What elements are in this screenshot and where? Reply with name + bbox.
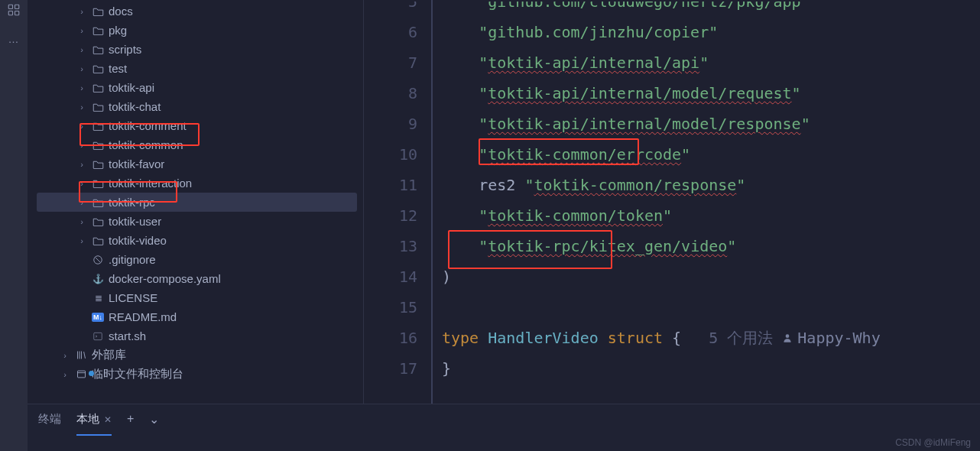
- external-libraries[interactable]: ›外部库: [37, 346, 363, 365]
- close-icon[interactable]: ✕: [104, 414, 112, 425]
- file-item[interactable]: ⚓docker-compose.yaml: [37, 269, 363, 288]
- file-item[interactable]: ≣LICENSE: [37, 288, 363, 307]
- tree-label: toktik-api: [109, 81, 154, 94]
- file-item[interactable]: .gitignore: [37, 250, 363, 269]
- folder-icon: [92, 24, 104, 37]
- tree-label: docs: [109, 5, 133, 18]
- gitignore-icon: [92, 254, 104, 266]
- code-line[interactable]: }: [442, 353, 881, 384]
- code-line[interactable]: "toktik-rpc/kitex_gen/video": [442, 231, 881, 261]
- folder-item[interactable]: ›pkg: [37, 21, 363, 40]
- shell-icon: [92, 330, 104, 342]
- yaml-icon: ⚓: [92, 273, 104, 285]
- chevron-right-icon[interactable]: ›: [76, 64, 87, 73]
- chevron-right-icon[interactable]: ›: [76, 236, 87, 245]
- folder-item[interactable]: ›test: [37, 59, 363, 78]
- tree-label: pkg: [109, 24, 127, 37]
- code-line[interactable]: type HandlerVideo struct { 5 个用法Happy-Wh…: [442, 323, 881, 353]
- folder-icon: [92, 235, 104, 247]
- folder-icon: [92, 5, 104, 18]
- code-line[interactable]: ): [442, 261, 881, 292]
- chevron-right-icon[interactable]: ›: [76, 141, 87, 150]
- tree-label: LICENSE: [109, 291, 157, 304]
- terminal-dropdown-icon[interactable]: ⌄: [149, 412, 159, 427]
- svg-rect-1: [15, 5, 19, 8]
- folder-item[interactable]: ›toktik-rpc: [37, 193, 357, 212]
- chevron-right-icon[interactable]: ›: [60, 351, 70, 360]
- author-hint[interactable]: Happy-Why: [782, 323, 880, 353]
- chevron-right-icon[interactable]: ›: [76, 160, 87, 169]
- code-line[interactable]: [442, 292, 881, 323]
- folder-icon: [92, 158, 104, 170]
- code-line[interactable]: "toktik-api/internal/model/request": [442, 78, 881, 109]
- usages-hint[interactable]: 5 个用法: [681, 329, 773, 347]
- svg-rect-0: [8, 5, 12, 8]
- apps-icon[interactable]: [7, 3, 21, 19]
- tree-label: start.sh: [109, 329, 146, 342]
- terminal-tab-local[interactable]: 本地 ✕: [76, 412, 112, 436]
- line-number: 9: [364, 109, 417, 139]
- line-number: 7: [364, 47, 417, 78]
- tree-label: toktik-common: [109, 138, 183, 151]
- more-icon[interactable]: …: [8, 33, 20, 45]
- code-line[interactable]: "github.com/jinzhu/copier": [442, 17, 881, 47]
- code-line[interactable]: res2 "toktik-common/response": [442, 170, 881, 200]
- chevron-right-icon[interactable]: ›: [76, 7, 87, 16]
- code-area[interactable]: "github.com/cloudwego/hertz/pkg/app" "gi…: [434, 0, 881, 451]
- folder-icon: [92, 139, 104, 151]
- folder-item[interactable]: ›toktik-api: [37, 78, 363, 97]
- tree-label: toktik-rpc: [109, 196, 155, 209]
- license-icon: ≣: [92, 292, 104, 304]
- folder-item[interactable]: ›toktik-common: [37, 135, 363, 154]
- tree-label: test: [109, 62, 127, 75]
- chevron-right-icon[interactable]: ›: [76, 102, 87, 112]
- chevron-right-icon[interactable]: ›: [76, 179, 87, 188]
- folder-item[interactable]: ›toktik-user: [37, 212, 363, 231]
- new-terminal-button[interactable]: +: [127, 412, 134, 426]
- chevron-right-icon[interactable]: ›: [76, 217, 87, 226]
- folder-icon: [92, 82, 104, 94]
- folder-item[interactable]: ›toktik-favor: [37, 154, 363, 174]
- line-number: 8: [364, 78, 417, 109]
- chevron-right-icon[interactable]: ›: [76, 45, 87, 54]
- folder-item[interactable]: ›scripts: [37, 40, 363, 59]
- file-item[interactable]: start.sh: [37, 326, 363, 346]
- line-number: 15: [364, 292, 417, 323]
- chevron-right-icon[interactable]: ›: [76, 198, 87, 207]
- svg-point-9: [786, 334, 790, 338]
- chevron-right-icon[interactable]: ›: [76, 122, 87, 131]
- folder-item[interactable]: ›toktik-comment: [37, 116, 363, 135]
- chevron-right-icon[interactable]: ›: [60, 370, 70, 379]
- tree-label: README.md: [109, 310, 177, 323]
- folder-icon: [92, 63, 104, 75]
- code-line[interactable]: "toktik-api/internal/api": [442, 47, 881, 78]
- tree-label: scripts: [109, 43, 141, 56]
- scratches-consoles[interactable]: ›临时文件和控制台: [37, 365, 363, 384]
- line-number: 10: [364, 139, 417, 170]
- folder-item[interactable]: ›toktik-chat: [37, 97, 363, 116]
- svg-rect-3: [15, 11, 19, 15]
- tree-label: .gitignore: [109, 253, 156, 266]
- activity-bar[interactable]: …: [0, 0, 28, 451]
- line-number: 5: [364, 2, 417, 17]
- code-line[interactable]: "github.com/cloudwego/hertz/pkg/app": [442, 2, 881, 17]
- markdown-icon: M↓: [92, 311, 104, 323]
- project-tree: ›docs›pkg›scripts›test›toktik-api›toktik…: [28, 0, 364, 451]
- code-line[interactable]: "toktik-common/errcode": [442, 139, 881, 170]
- tree-label: toktik-interaction: [109, 177, 192, 190]
- watermark: CSDN @idMiFeng: [895, 437, 971, 448]
- folder-icon: [92, 216, 104, 228]
- chevron-right-icon[interactable]: ›: [76, 83, 87, 92]
- terminal-title[interactable]: 终端: [38, 412, 61, 434]
- code-line[interactable]: "toktik-common/token": [442, 200, 881, 231]
- gutter: 567891011121314151617: [364, 0, 433, 451]
- tree-label: toktik-user: [109, 215, 161, 228]
- chevron-right-icon[interactable]: ›: [76, 26, 87, 35]
- folder-item[interactable]: ›toktik-video: [37, 231, 363, 250]
- folder-item[interactable]: ›docs: [37, 2, 363, 21]
- file-item[interactable]: M↓README.md: [37, 307, 363, 326]
- code-line[interactable]: "toktik-api/internal/model/response": [442, 109, 881, 139]
- svg-line-5: [96, 257, 101, 262]
- label: 临时文件和控制台: [92, 367, 183, 381]
- folder-item[interactable]: ›toktik-interaction: [37, 174, 363, 193]
